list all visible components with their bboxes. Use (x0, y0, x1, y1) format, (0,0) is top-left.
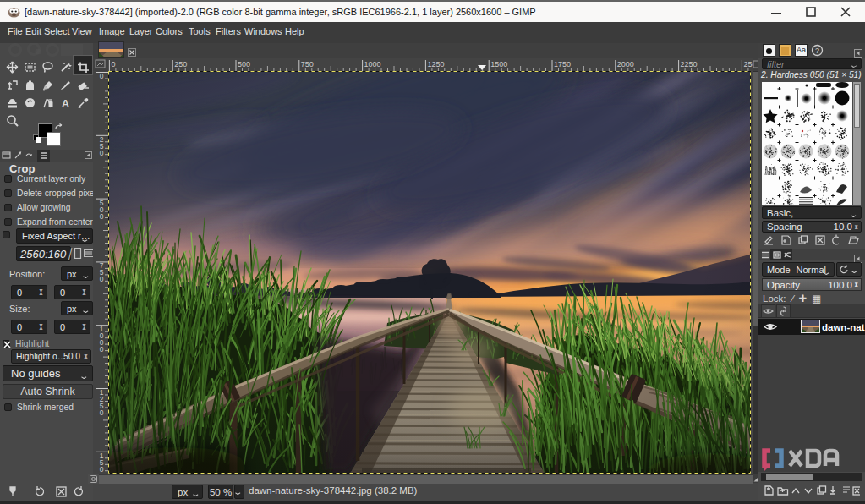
svg-text:0: 0 (111, 60, 115, 68)
svg-text:1500: 1500 (490, 60, 507, 68)
svg-text:2000: 2000 (617, 60, 634, 68)
svg-text:1500: 1500 (100, 452, 104, 474)
svg-text:2250: 2250 (681, 60, 698, 68)
svg-text:1250: 1250 (427, 60, 444, 68)
svg-text:2500: 2500 (743, 60, 753, 68)
svg-text:A: A (62, 97, 70, 110)
svg-text:1000: 1000 (100, 325, 104, 353)
svg-text:250: 250 (100, 135, 104, 157)
svg-text:250: 250 (174, 60, 187, 68)
svg-text:500: 500 (100, 199, 104, 221)
svg-text:1750: 1750 (554, 60, 571, 68)
svg-text:?: ? (815, 47, 819, 55)
svg-text:1250: 1250 (100, 388, 104, 417)
svg-text:0: 0 (100, 72, 104, 80)
svg-text:750: 750 (301, 60, 314, 68)
svg-text:750: 750 (100, 261, 104, 283)
svg-text:1000: 1000 (364, 60, 381, 68)
svg-text:500: 500 (238, 60, 250, 68)
